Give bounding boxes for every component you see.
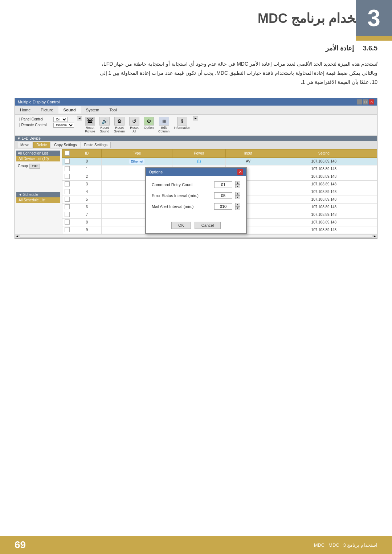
body-line3: 10، علمًا بأن القيمة الافتراضية هي 1. bbox=[301, 79, 377, 85]
row-setting: 107.108.89.148 bbox=[271, 157, 377, 165]
reset-system-btn[interactable]: ⚙ ResetSystem bbox=[113, 116, 126, 134]
col-input: Input bbox=[225, 149, 271, 157]
row-setting: 107.108.89.148 bbox=[271, 180, 377, 188]
options-ok-btn[interactable]: OK bbox=[171, 222, 191, 229]
right-scroll-arrow[interactable]: ► bbox=[193, 116, 198, 120]
row-checkbox[interactable] bbox=[65, 174, 70, 179]
edit-column-btn[interactable]: ▦ EditColumn bbox=[157, 116, 171, 134]
col-setting: Setting bbox=[271, 149, 377, 157]
mail-interval-row: Mail Alert Interval (min.) ▲ ▼ bbox=[152, 203, 240, 210]
nav-picture[interactable]: Picture bbox=[36, 106, 58, 114]
mdc-navbar: Home Picture Sound System Tool bbox=[15, 106, 377, 115]
table-row[interactable]: 0 Ethernet ⏻ AV 107.108.89.148 bbox=[62, 157, 377, 165]
mdc-window-title: Multiple Display Control bbox=[18, 100, 60, 104]
copy-settings-btn[interactable]: Copy Settings bbox=[51, 142, 80, 148]
all-schedule-list[interactable]: All Schedule List bbox=[16, 197, 60, 203]
scroll-right-btn[interactable]: ► bbox=[373, 234, 376, 238]
select-all-checkbox[interactable] bbox=[65, 151, 70, 156]
row-setting: 107.108.89.148 bbox=[271, 188, 377, 196]
footer-page-number: 69 bbox=[15, 539, 26, 551]
row-checkbox[interactable] bbox=[65, 219, 70, 225]
mail-interval-up[interactable]: ▲ bbox=[235, 203, 240, 206]
option-btn[interactable]: ⚙ Option bbox=[142, 116, 155, 130]
row-checkbox[interactable] bbox=[65, 166, 70, 171]
panel-control-dropdown[interactable]: On Off bbox=[53, 117, 68, 122]
row-id: 1 bbox=[72, 165, 102, 173]
row-checkbox[interactable] bbox=[65, 159, 70, 164]
panel-control-label: | Panel Control bbox=[19, 117, 52, 121]
body-line1: تُستخدم هذه الميزة لتحديد الحد الأقصى لع… bbox=[102, 61, 377, 67]
row-input: AV bbox=[225, 157, 271, 165]
mail-interval-input[interactable] bbox=[214, 203, 232, 210]
titlebar-buttons: — □ ✕ bbox=[357, 99, 374, 104]
schedule-header[interactable]: ▼ Schedule bbox=[16, 192, 60, 197]
row-checkbox[interactable] bbox=[65, 197, 70, 202]
lfd-toolbar: Move Delete Copy Settings Paste Settings bbox=[15, 141, 377, 149]
reset-all-btn[interactable]: ↺ ResetAll bbox=[128, 116, 141, 134]
row-power: ⏻ bbox=[172, 157, 225, 165]
row-checkbox[interactable] bbox=[65, 204, 70, 209]
information-btn[interactable]: ℹ Information bbox=[172, 116, 192, 130]
error-interval-input[interactable] bbox=[214, 192, 232, 199]
error-interval-down[interactable]: ▼ bbox=[235, 196, 240, 199]
row-checkbox[interactable] bbox=[65, 189, 70, 194]
error-interval-up[interactable]: ▲ bbox=[235, 192, 240, 196]
row-id: 6 bbox=[72, 203, 102, 211]
options-footer: OK Cancel bbox=[146, 219, 246, 233]
retry-count-up[interactable]: ▲ bbox=[235, 181, 240, 185]
all-device-list[interactable]: All Device List (10) bbox=[16, 156, 60, 161]
row-checkbox[interactable] bbox=[65, 227, 70, 232]
mail-interval-spinner: ▲ ▼ bbox=[235, 203, 240, 210]
nav-home[interactable]: Home bbox=[15, 106, 36, 114]
row-id: 0 bbox=[72, 157, 102, 165]
retry-count-input[interactable] bbox=[214, 181, 232, 188]
bottom-scrollbar[interactable]: ◄ ► bbox=[15, 234, 377, 238]
scroll-track[interactable] bbox=[20, 235, 372, 238]
mdc-window: Multiple Display Control — □ ✕ Home Pict… bbox=[15, 98, 377, 239]
retry-count-down[interactable]: ▼ bbox=[235, 185, 240, 188]
panel-control-row: | Panel Control On Off bbox=[19, 117, 74, 122]
paste-settings-btn[interactable]: Paste Settings bbox=[81, 142, 111, 148]
row-id: 8 bbox=[72, 218, 102, 226]
options-cancel-btn[interactable]: Cancel bbox=[195, 222, 221, 229]
row-setting: 107.108.89.148 bbox=[271, 226, 377, 234]
maximize-btn[interactable]: □ bbox=[363, 99, 368, 104]
nav-sound[interactable]: Sound bbox=[58, 106, 81, 114]
header-section: استخدام برنامج MDC 3 bbox=[0, 0, 392, 33]
col-id: ID bbox=[72, 149, 102, 157]
row-checkbox[interactable] bbox=[65, 212, 70, 217]
reset-sound-btn[interactable]: 🔊 ResetSound bbox=[98, 116, 111, 134]
row-id: 4 bbox=[72, 188, 102, 196]
remote-control-row: | Remote Control Disable Enable bbox=[19, 123, 74, 128]
row-setting: 107.108.89.148 bbox=[271, 196, 377, 203]
nav-tool[interactable]: Tool bbox=[105, 106, 122, 114]
options-close-btn[interactable]: ✕ bbox=[237, 169, 243, 175]
reset-picture-btn[interactable]: 🖼 ResetPicture bbox=[83, 116, 97, 134]
panel-controls: | Panel Control On Off | Remote Control … bbox=[18, 116, 75, 129]
close-btn[interactable]: ✕ bbox=[369, 99, 374, 104]
page-footer: 69 استخدام برنامج MDC MDC 3 bbox=[0, 536, 392, 554]
edit-btn[interactable]: Edit bbox=[29, 164, 40, 169]
all-connection-header[interactable]: All Connection List bbox=[16, 151, 60, 156]
scroll-left-btn[interactable]: ◄ bbox=[16, 234, 19, 238]
mail-interval-down[interactable]: ▼ bbox=[235, 206, 240, 210]
left-scroll-arrow[interactable]: ◄ bbox=[77, 116, 82, 120]
group-label: Group bbox=[18, 164, 28, 168]
mdc-content: ID Type Power Input Setting 0 Ethernet ⏻… bbox=[62, 149, 377, 234]
minimize-btn[interactable]: — bbox=[357, 99, 362, 104]
row-setting: 107.108.89.148 bbox=[271, 165, 377, 173]
accent-bar bbox=[356, 36, 392, 41]
move-btn[interactable]: Move bbox=[17, 142, 32, 148]
mdc-main-area: All Connection List All Device List (10)… bbox=[15, 149, 377, 234]
mail-interval-label: Mail Alert Interval (min.) bbox=[152, 204, 211, 209]
delete-btn[interactable]: Delete bbox=[33, 142, 50, 148]
remote-control-dropdown[interactable]: Disable Enable bbox=[53, 123, 74, 128]
footer-chapter-text: استخدام برنامج MDC MDC 3 bbox=[314, 542, 377, 548]
row-checkbox[interactable] bbox=[65, 181, 70, 186]
retry-count-label: Command Retry Count bbox=[152, 182, 211, 187]
nav-system[interactable]: System bbox=[81, 106, 105, 114]
row-id: 2 bbox=[72, 173, 102, 180]
footer-mdc-label: MDC bbox=[328, 542, 339, 548]
lfd-section-header: ▼ LFD Device bbox=[15, 136, 377, 141]
options-title: Options bbox=[149, 170, 163, 174]
